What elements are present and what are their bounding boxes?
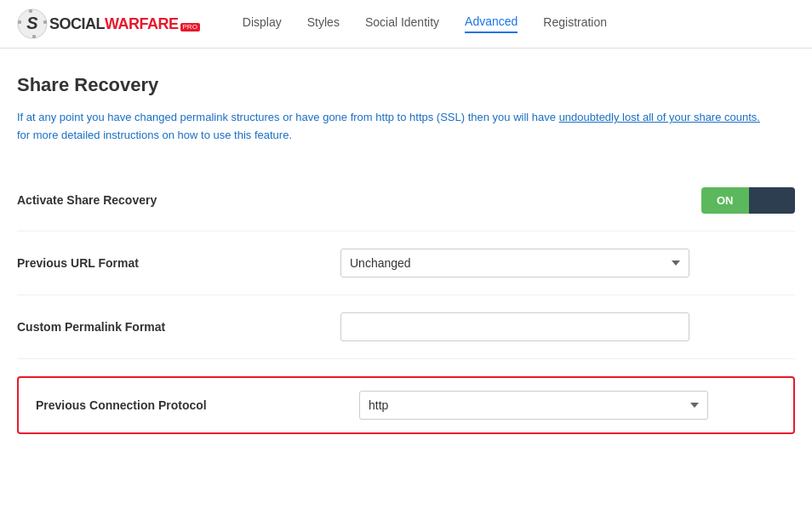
- previous-url-format-row: Previous URL Format Unchanged http https…: [17, 232, 795, 295]
- logo-warfare: WARFARE: [105, 16, 179, 31]
- svg-rect-5: [43, 20, 47, 24]
- previous-protocol-select[interactable]: http https: [359, 391, 708, 420]
- logo-social: SOCIAL: [49, 16, 105, 31]
- custom-permalink-control: [340, 312, 795, 341]
- custom-permalink-label: Custom Permalink Format: [17, 320, 340, 334]
- svg-text:S: S: [26, 14, 38, 32]
- nav-social-identity[interactable]: Social Identity: [365, 15, 439, 32]
- logo-icon: S: [17, 9, 48, 39]
- page-title: Share Recovery: [17, 74, 795, 96]
- svg-rect-2: [29, 9, 32, 13]
- previous-protocol-control: http https: [359, 391, 776, 420]
- logo: S SOCIALWARFAREPRO: [17, 9, 200, 39]
- previous-url-control: Unchanged http https Custom: [340, 249, 795, 278]
- toggle-off[interactable]: [749, 187, 796, 214]
- info-text-2: for more detailed instructions on how to…: [17, 129, 292, 141]
- toggle-on[interactable]: ON: [701, 187, 749, 214]
- nav-display[interactable]: Display: [243, 15, 282, 32]
- main-content: Share Recovery If at any point you have …: [0, 49, 812, 451]
- previous-url-label: Previous URL Format: [17, 256, 340, 270]
- svg-rect-4: [18, 20, 21, 24]
- logo-pro: PRO: [180, 23, 200, 31]
- nav-styles[interactable]: Styles: [307, 15, 340, 32]
- previous-url-select[interactable]: Unchanged http https Custom: [340, 249, 689, 278]
- nav-registration[interactable]: Registration: [543, 15, 607, 32]
- header: S SOCIALWARFAREPRO Display Styles Social…: [0, 0, 812, 49]
- previous-protocol-section: Previous Connection Protocol http https: [17, 376, 795, 434]
- toggle-container: ON: [340, 187, 795, 214]
- main-nav: Display Styles Social Identity Advanced …: [243, 14, 607, 33]
- custom-permalink-row: Custom Permalink Format: [17, 295, 795, 359]
- info-paragraph: If at any point you have changed permali…: [17, 109, 795, 145]
- activate-label: Activate Share Recovery: [17, 193, 340, 207]
- custom-permalink-input[interactable]: [340, 312, 689, 341]
- share-recovery-toggle[interactable]: ON: [701, 187, 795, 214]
- previous-protocol-label: Previous Connection Protocol: [36, 398, 359, 412]
- nav-advanced[interactable]: Advanced: [465, 14, 518, 33]
- info-link[interactable]: undoubtedly lost all of your share count…: [559, 111, 760, 123]
- svg-rect-3: [32, 35, 36, 38]
- activate-share-recovery-row: Activate Share Recovery ON: [17, 170, 795, 232]
